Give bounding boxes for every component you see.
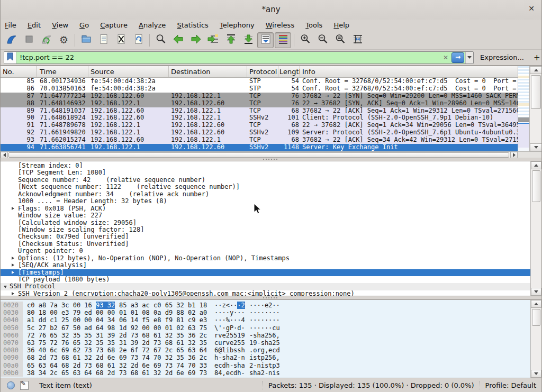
menu-statistics[interactable]: Statistics (173, 20, 212, 31)
scroll-up-button[interactable] (531, 300, 541, 308)
hex-row[interactable]: 007063 75 72 76 65 32 35 3531 39 2d 73 6… (1, 339, 541, 347)
hex-row[interactable]: 0020c0 a8 7a 3c 00 16 93 3285 a3 ac c0 6… (1, 302, 541, 309)
colorize-button[interactable] (275, 32, 291, 48)
close-file-button[interactable] (113, 32, 129, 48)
intelligent-scrollbar-minimap[interactable] (518, 66, 529, 151)
packet-list-vscrollbar[interactable] (529, 66, 542, 151)
packet-row[interactable]: 9071.648618924192.168.122.60192.168.122.… (1, 114, 518, 122)
go-first-packet-button[interactable] (222, 32, 239, 48)
packet-row[interactable]: 8771.647777234192.168.122.60192.168.122.… (1, 93, 518, 100)
detail-line[interactable]: [Checksum Status: Unverified] (1, 241, 541, 248)
scrollbar-thumb[interactable] (8, 152, 509, 158)
hex-row[interactable]: 009068 2d 73 68 61 32 2d 6e69 73 74 70 3… (1, 354, 541, 361)
menu-tools[interactable]: Tools (301, 20, 327, 31)
detail-line[interactable]: Acknowledgment number: 34 (relative ack … (1, 191, 541, 198)
scrollbar-thumb[interactable] (531, 75, 541, 109)
menu-capture[interactable]: Capture (96, 20, 132, 31)
bytes-vscrollbar[interactable] (530, 300, 541, 378)
hex-row[interactable]: 00a065 63 64 68 2d 73 68 6132 2d 6e 69 7… (1, 362, 541, 369)
detail-line[interactable]: SSH Version 2 (encryption:chacha20-poly1… (1, 290, 541, 296)
menu-go[interactable]: Go (75, 20, 93, 31)
menu-analyze[interactable]: Analyze (134, 20, 170, 31)
expander-icon[interactable] (12, 207, 14, 210)
menu-file[interactable]: File (1, 20, 21, 31)
go-back-button[interactable] (170, 32, 186, 48)
add-filter-button[interactable]: + (534, 53, 540, 62)
column-header-protocol[interactable]: Protocol (247, 66, 278, 77)
go-to-packet-button[interactable] (205, 32, 221, 48)
expander-icon[interactable] (12, 257, 14, 260)
menu-help[interactable]: Help (329, 20, 354, 31)
detail-line[interactable]: [Calculated window size: 29056] (1, 220, 541, 226)
detail-line-selected[interactable]: [Timestamps] (1, 269, 541, 276)
menu-telephony[interactable]: Telephony (215, 20, 259, 31)
detail-line[interactable]: TCP payload (1080 bytes) (1, 276, 541, 283)
auto-scroll-button[interactable] (257, 32, 274, 48)
zoom-in-button[interactable] (297, 32, 313, 48)
detail-line[interactable]: [Next sequence number: 1122 (relative se… (1, 184, 541, 190)
scroll-down-button[interactable] (530, 143, 542, 151)
expander-icon[interactable] (12, 292, 14, 295)
scroll-up-button[interactable] (531, 161, 541, 169)
display-filter-input[interactable] (16, 53, 441, 61)
detail-line[interactable]: Options: (12 bytes), No-Operation (NOP),… (1, 255, 541, 262)
column-header-length[interactable]: Length (278, 66, 300, 77)
apply-filter-button[interactable]: → (451, 52, 464, 63)
detail-line[interactable]: Flags: 0x018 (PSH, ACK) (1, 205, 541, 212)
hex-row[interactable]: 003080 18 00 e3 79 ed 00 0001 01 08 0a d… (1, 309, 541, 316)
detail-line[interactable]: Urgent pointer: 0 (1, 248, 541, 254)
packet-row[interactable]: 8871.648146932192.168.122.1192.168.122.6… (1, 100, 518, 107)
hex-row[interactable]: 006072 76 65 32 35 35 31 392d 73 68 61 3… (1, 332, 541, 339)
stop-capture-button[interactable] (21, 32, 37, 48)
menu-wireless[interactable]: Wireless (261, 20, 299, 31)
detail-line[interactable]: Checksum: 0x79ed [unverified] (1, 233, 541, 240)
column-header-destination[interactable]: Destination (169, 66, 247, 77)
packet-row-selected[interactable]: 9471.663856741192.168.122.1192.168.122.6… (1, 144, 518, 151)
detail-line[interactable]: [Stream index: 0] (1, 162, 541, 169)
packet-row[interactable]: 8670.013850163fe:54:00:d4:38:2aSTP54Conf… (1, 85, 518, 93)
save-file-button[interactable] (95, 32, 112, 48)
hex-row[interactable]: 0040a1 dd c1 25 00 00 04 3406 14 f5 e8 f… (1, 316, 541, 324)
go-last-packet-button[interactable] (240, 32, 256, 48)
detail-line[interactable]: Sequence number: 42 (relative sequence n… (1, 177, 541, 184)
start-capture-button[interactable] (3, 32, 20, 48)
scroll-down-button[interactable] (531, 370, 541, 378)
zoom-original-button[interactable] (332, 32, 348, 48)
reload-file-button[interactable] (130, 32, 147, 48)
column-header-time[interactable]: Time (37, 66, 88, 77)
detail-line[interactable]: SSH Protocol (1, 283, 541, 290)
expander-icon[interactable] (12, 263, 14, 267)
packet-row[interactable]: 8971.648191037192.168.122.60192.168.122.… (1, 107, 518, 115)
go-forward-button[interactable] (187, 32, 204, 48)
hex-row[interactable]: 00b038 34 2c 65 63 64 68 2d73 68 61 32 2… (1, 369, 541, 377)
profile-status[interactable]: Profile: Default (485, 381, 536, 389)
column-header-no[interactable]: No. (1, 66, 37, 77)
menu-view[interactable]: View (48, 20, 73, 31)
scrollbar-thumb[interactable] (532, 309, 540, 326)
restart-capture-button[interactable] (38, 32, 55, 48)
hex-row[interactable]: 00505c 27 b2 67 50 ad 64 981d 92 00 00 0… (1, 324, 541, 332)
detail-line[interactable]: 1000 .... = Header Length: 32 bytes (8) (1, 198, 541, 205)
details-vscrollbar[interactable] (530, 161, 541, 296)
scroll-down-button[interactable] (531, 288, 541, 296)
expander-icon[interactable] (4, 286, 7, 288)
filter-history-dropdown[interactable] (465, 52, 473, 63)
scroll-up-button[interactable] (530, 66, 542, 74)
column-header-source[interactable]: Source (88, 66, 169, 77)
expression-button[interactable]: Expression... (480, 53, 524, 61)
filter-bookmark-button[interactable] (4, 52, 16, 63)
packet-row[interactable]: 9371.662015274192.168.122.60192.168.122.… (1, 136, 518, 144)
capture-options-button[interactable]: ⚙ (56, 32, 72, 48)
scrollbar-thumb[interactable] (532, 170, 540, 202)
packet-row[interactable]: 9171.648789678192.168.122.1192.168.122.6… (1, 122, 518, 129)
detail-line[interactable]: [TCP Segment Len: 1080] (1, 169, 541, 176)
detail-line[interactable]: Window size value: 227 (1, 212, 541, 219)
expert-info-icon[interactable] (7, 381, 15, 389)
column-header-info[interactable]: Info (300, 66, 518, 77)
resize-columns-button[interactable] (349, 32, 366, 48)
clear-filter-icon[interactable]: ✕ (441, 54, 450, 61)
open-file-button[interactable] (78, 32, 94, 48)
packet-bytes-pane[interactable]: 0020c0 a8 7a 3c 00 16 93 3285 a3 ac c0 6… (1, 299, 541, 378)
zoom-out-button[interactable] (314, 32, 331, 48)
close-window-button[interactable]: ✕ (527, 4, 536, 14)
